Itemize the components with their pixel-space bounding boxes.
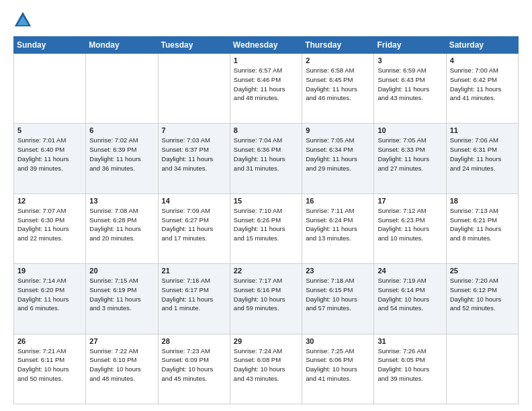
day-info: Sunrise: 7:00 AM Sunset: 6:42 PM Dayligh… xyxy=(450,66,515,103)
calendar-day-empty xyxy=(14,54,86,124)
day-number: 5 xyxy=(17,126,82,134)
day-info: Sunrise: 7:02 AM Sunset: 6:39 PM Dayligh… xyxy=(89,136,154,173)
calendar-day-24: 24Sunrise: 7:19 AM Sunset: 6:14 PM Dayli… xyxy=(374,264,446,334)
day-info: Sunrise: 7:15 AM Sunset: 6:19 PM Dayligh… xyxy=(89,276,154,313)
day-info: Sunrise: 7:01 AM Sunset: 6:40 PM Dayligh… xyxy=(17,136,82,173)
day-number: 28 xyxy=(162,337,226,345)
day-info: Sunrise: 7:13 AM Sunset: 6:21 PM Dayligh… xyxy=(450,206,515,243)
day-number: 16 xyxy=(306,197,370,205)
calendar-day-5: 5Sunrise: 7:01 AM Sunset: 6:40 PM Daylig… xyxy=(14,124,86,193)
calendar-day-27: 27Sunrise: 7:22 AM Sunset: 6:10 PM Dayli… xyxy=(86,334,158,404)
calendar-day-8: 8Sunrise: 7:04 AM Sunset: 6:36 PM Daylig… xyxy=(230,124,302,193)
calendar-day-9: 9Sunrise: 7:05 AM Sunset: 6:34 PM Daylig… xyxy=(302,124,374,193)
day-number: 12 xyxy=(17,197,82,205)
calendar-day-4: 4Sunrise: 7:00 AM Sunset: 6:42 PM Daylig… xyxy=(446,54,518,124)
day-info: Sunrise: 7:06 AM Sunset: 6:31 PM Dayligh… xyxy=(450,136,515,173)
day-number: 14 xyxy=(162,197,226,205)
calendar-day-15: 15Sunrise: 7:10 AM Sunset: 6:26 PM Dayli… xyxy=(230,193,302,263)
calendar-day-16: 16Sunrise: 7:11 AM Sunset: 6:24 PM Dayli… xyxy=(302,193,374,263)
calendar-day-29: 29Sunrise: 7:24 AM Sunset: 6:08 PM Dayli… xyxy=(230,334,302,404)
calendar-day-13: 13Sunrise: 7:08 AM Sunset: 6:28 PM Dayli… xyxy=(86,193,158,263)
calendar-week-row: 12Sunrise: 7:07 AM Sunset: 6:30 PM Dayli… xyxy=(14,193,519,263)
calendar-day-14: 14Sunrise: 7:09 AM Sunset: 6:27 PM Dayli… xyxy=(158,193,230,263)
day-info: Sunrise: 7:03 AM Sunset: 6:37 PM Dayligh… xyxy=(162,136,226,173)
day-number: 6 xyxy=(89,126,154,134)
day-number: 13 xyxy=(89,197,154,205)
day-info: Sunrise: 7:25 AM Sunset: 6:06 PM Dayligh… xyxy=(306,347,370,383)
day-number: 17 xyxy=(378,197,442,205)
day-info: Sunrise: 6:59 AM Sunset: 6:43 PM Dayligh… xyxy=(378,66,442,103)
calendar-day-1: 1Sunrise: 6:57 AM Sunset: 6:46 PM Daylig… xyxy=(230,54,302,124)
calendar-day-25: 25Sunrise: 7:20 AM Sunset: 6:12 PM Dayli… xyxy=(446,264,518,334)
page: SundayMondayTuesdayWednesdayThursdayFrid… xyxy=(0,0,532,411)
calendar-week-row: 26Sunrise: 7:21 AM Sunset: 6:11 PM Dayli… xyxy=(14,334,519,404)
calendar-day-17: 17Sunrise: 7:12 AM Sunset: 6:23 PM Dayli… xyxy=(374,193,446,263)
calendar-week-row: 1Sunrise: 6:57 AM Sunset: 6:46 PM Daylig… xyxy=(14,54,519,124)
day-number: 4 xyxy=(450,56,515,64)
weekday-header-thursday: Thursday xyxy=(302,37,374,54)
weekday-header-sunday: Sunday xyxy=(14,37,86,54)
day-info: Sunrise: 7:18 AM Sunset: 6:15 PM Dayligh… xyxy=(306,276,370,313)
day-info: Sunrise: 7:05 AM Sunset: 6:34 PM Dayligh… xyxy=(306,136,370,173)
calendar-day-22: 22Sunrise: 7:17 AM Sunset: 6:16 PM Dayli… xyxy=(230,264,302,334)
logo-icon xyxy=(13,11,32,30)
day-info: Sunrise: 7:07 AM Sunset: 6:30 PM Dayligh… xyxy=(17,206,82,243)
day-number: 1 xyxy=(234,56,298,64)
day-number: 30 xyxy=(306,337,370,345)
day-number: 9 xyxy=(306,126,370,134)
calendar-day-2: 2Sunrise: 6:58 AM Sunset: 6:45 PM Daylig… xyxy=(302,54,374,124)
day-number: 7 xyxy=(162,126,226,134)
calendar-day-empty xyxy=(446,334,518,404)
calendar-day-20: 20Sunrise: 7:15 AM Sunset: 6:19 PM Dayli… xyxy=(86,264,158,334)
day-info: Sunrise: 7:22 AM Sunset: 6:10 PM Dayligh… xyxy=(89,347,154,383)
calendar-table: SundayMondayTuesdayWednesdayThursdayFrid… xyxy=(13,36,519,404)
day-number: 18 xyxy=(450,197,515,205)
day-info: Sunrise: 7:14 AM Sunset: 6:20 PM Dayligh… xyxy=(17,276,82,313)
calendar-day-12: 12Sunrise: 7:07 AM Sunset: 6:30 PM Dayli… xyxy=(14,193,86,263)
day-info: Sunrise: 7:11 AM Sunset: 6:24 PM Dayligh… xyxy=(306,206,370,243)
day-info: Sunrise: 7:08 AM Sunset: 6:28 PM Dayligh… xyxy=(89,206,154,243)
calendar-day-30: 30Sunrise: 7:25 AM Sunset: 6:06 PM Dayli… xyxy=(302,334,374,404)
weekday-header-saturday: Saturday xyxy=(446,37,518,54)
day-number: 25 xyxy=(450,267,515,275)
logo xyxy=(13,11,35,30)
day-number: 10 xyxy=(378,126,442,134)
day-info: Sunrise: 7:09 AM Sunset: 6:27 PM Dayligh… xyxy=(162,206,226,243)
weekday-header-friday: Friday xyxy=(374,37,446,54)
day-number: 21 xyxy=(162,267,226,275)
day-info: Sunrise: 7:16 AM Sunset: 6:17 PM Dayligh… xyxy=(162,276,226,313)
day-number: 19 xyxy=(17,267,82,275)
day-number: 27 xyxy=(89,337,154,345)
weekday-header-wednesday: Wednesday xyxy=(230,37,302,54)
calendar-day-7: 7Sunrise: 7:03 AM Sunset: 6:37 PM Daylig… xyxy=(158,124,230,193)
calendar-day-19: 19Sunrise: 7:14 AM Sunset: 6:20 PM Dayli… xyxy=(14,264,86,334)
calendar-day-10: 10Sunrise: 7:05 AM Sunset: 6:33 PM Dayli… xyxy=(374,124,446,193)
header xyxy=(13,11,519,30)
day-info: Sunrise: 7:17 AM Sunset: 6:16 PM Dayligh… xyxy=(234,276,298,313)
day-number: 24 xyxy=(378,267,442,275)
day-info: Sunrise: 6:57 AM Sunset: 6:46 PM Dayligh… xyxy=(234,66,298,103)
day-number: 2 xyxy=(306,56,370,64)
day-info: Sunrise: 6:58 AM Sunset: 6:45 PM Dayligh… xyxy=(306,66,370,103)
day-number: 8 xyxy=(234,126,298,134)
day-number: 20 xyxy=(89,267,154,275)
day-info: Sunrise: 7:26 AM Sunset: 6:05 PM Dayligh… xyxy=(378,347,442,383)
calendar-day-6: 6Sunrise: 7:02 AM Sunset: 6:39 PM Daylig… xyxy=(86,124,158,193)
calendar-day-11: 11Sunrise: 7:06 AM Sunset: 6:31 PM Dayli… xyxy=(446,124,518,193)
day-info: Sunrise: 7:24 AM Sunset: 6:08 PM Dayligh… xyxy=(234,347,298,383)
day-info: Sunrise: 7:23 AM Sunset: 6:09 PM Dayligh… xyxy=(162,347,226,383)
day-info: Sunrise: 7:10 AM Sunset: 6:26 PM Dayligh… xyxy=(234,206,298,243)
weekday-header-tuesday: Tuesday xyxy=(158,37,230,54)
day-info: Sunrise: 7:21 AM Sunset: 6:11 PM Dayligh… xyxy=(17,347,82,383)
day-number: 29 xyxy=(234,337,298,345)
weekday-header-row: SundayMondayTuesdayWednesdayThursdayFrid… xyxy=(14,37,519,54)
calendar-day-31: 31Sunrise: 7:26 AM Sunset: 6:05 PM Dayli… xyxy=(374,334,446,404)
calendar-day-26: 26Sunrise: 7:21 AM Sunset: 6:11 PM Dayli… xyxy=(14,334,86,404)
day-number: 31 xyxy=(378,337,442,345)
day-number: 15 xyxy=(234,197,298,205)
day-number: 23 xyxy=(306,267,370,275)
weekday-header-monday: Monday xyxy=(86,37,158,54)
day-info: Sunrise: 7:05 AM Sunset: 6:33 PM Dayligh… xyxy=(378,136,442,173)
day-info: Sunrise: 7:20 AM Sunset: 6:12 PM Dayligh… xyxy=(450,276,515,313)
calendar-week-row: 5Sunrise: 7:01 AM Sunset: 6:40 PM Daylig… xyxy=(14,124,519,193)
